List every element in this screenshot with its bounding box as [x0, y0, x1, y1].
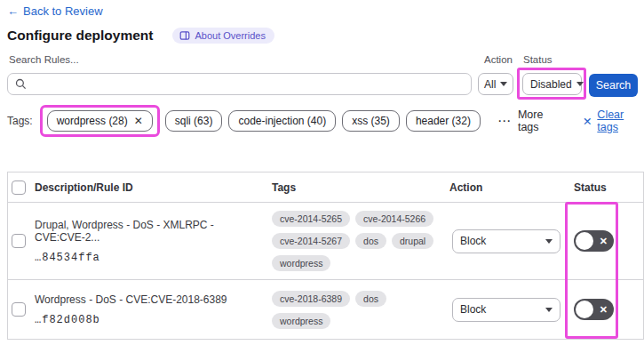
action-select-value: Block: [460, 303, 486, 316]
tag-filter-wordpress-label: wordpress (28): [57, 115, 128, 127]
status-toggle-off[interactable]: ✕: [574, 299, 614, 320]
remove-tag-icon[interactable]: ✕: [134, 115, 143, 127]
clear-tags-label: Clear tags: [597, 108, 644, 133]
clear-tags-button[interactable]: ✕ Clear tags: [583, 108, 644, 133]
tag-filter-xss[interactable]: xss (35): [342, 110, 400, 132]
action-select[interactable]: Block: [452, 229, 561, 253]
column-header-action: Action: [449, 181, 567, 194]
chevron-down-icon: [545, 308, 553, 312]
column-header-description: Description/Rule ID: [35, 181, 272, 194]
search-rules-box[interactable]: [7, 73, 472, 95]
clear-tags-icon: ✕: [583, 115, 592, 128]
rule-tag: wordpress: [272, 255, 330, 271]
tag-filter-header[interactable]: header (32): [406, 110, 481, 132]
table-row: Wordpress - DoS - CVE:CVE-2018-6389 …f82…: [8, 280, 643, 339]
search-icon: [15, 78, 27, 90]
rule-description: Wordpress - DoS - CVE:CVE-2018-6389: [35, 293, 263, 306]
tag-filter-wordpress[interactable]: wordpress (28) ✕: [47, 110, 153, 132]
rule-tag: cve-2014-5267: [272, 233, 350, 249]
rule-id: …84534ffa: [35, 252, 263, 264]
rule-tag: cve-2014-5266: [355, 211, 433, 227]
tag-filter-sqli[interactable]: sqli (63): [165, 110, 223, 132]
rule-tag: wordpress: [272, 313, 330, 329]
more-tags-button[interactable]: ⋯ More tags: [497, 108, 563, 133]
chevron-down-icon: [545, 239, 553, 244]
select-all-checkbox[interactable]: [12, 180, 26, 195]
rule-tag: cve-2014-5265: [272, 211, 350, 227]
chevron-down-icon: [500, 82, 507, 86]
rules-table: Description/Rule ID Tags Action Status D…: [7, 172, 644, 340]
table-header-row: Description/Rule ID Tags Action Status: [8, 172, 643, 203]
tags-bar-label: Tags:: [7, 115, 33, 127]
table-row: Drupal, Wordpress - DoS - XMLRPC - CVE:C…: [8, 203, 643, 280]
highlight-box-active-tag: wordpress (28) ✕: [40, 105, 160, 137]
toggle-knob: [576, 301, 593, 318]
status-filter-value: Disabled: [530, 78, 572, 91]
row-checkbox[interactable]: [12, 234, 26, 248]
rule-tags: cve-2018-6389 dos wordpress: [272, 291, 449, 329]
column-header-status: Status: [567, 181, 643, 194]
about-overrides-badge[interactable]: About Overrides: [172, 28, 274, 44]
rule-tag: cve-2018-6389: [272, 291, 350, 307]
status-filter-label: Status: [523, 54, 553, 65]
action-filter-dropdown[interactable]: All: [478, 73, 513, 95]
tag-filter-code-injection[interactable]: code-injection (40): [228, 110, 336, 132]
status-toggle-off[interactable]: ✕: [574, 230, 614, 252]
back-link-label: Back to Review: [23, 4, 103, 18]
about-overrides-label: About Overrides: [195, 30, 265, 41]
action-select[interactable]: Block: [452, 298, 561, 322]
status-filter-dropdown[interactable]: Disabled: [522, 73, 582, 95]
search-rules-input[interactable]: [32, 74, 471, 94]
rule-tag: dos: [355, 291, 386, 307]
back-arrow-icon: ←: [7, 4, 19, 18]
ellipsis-icon: ⋯: [497, 116, 512, 125]
rule-id: …f82d008b: [35, 314, 263, 326]
rule-description: Drupal, Wordpress - DoS - XMLRPC - CVE:C…: [35, 219, 263, 244]
title-row: Configure deployment About Overrides: [7, 28, 274, 44]
chevron-down-icon: [576, 82, 584, 86]
more-tags-label: More tags: [518, 108, 563, 133]
page-title: Configure deployment: [7, 28, 153, 44]
action-select-value: Block: [460, 235, 486, 247]
tags-bar: Tags: wordpress (28) ✕ sqli (63) code-in…: [7, 105, 644, 137]
rule-tag: dos: [355, 233, 386, 249]
back-to-review-link[interactable]: ← Back to Review: [7, 4, 103, 18]
search-button[interactable]: Search: [589, 74, 638, 97]
toggle-knob: [576, 232, 593, 250]
row-checkbox[interactable]: [12, 302, 26, 317]
toggle-x-icon: ✕: [600, 236, 608, 247]
action-filter-label: Action: [484, 54, 513, 65]
column-header-tags: Tags: [272, 181, 449, 194]
toggle-x-icon: ✕: [600, 304, 608, 316]
search-rules-label: Search Rules...: [9, 54, 79, 65]
action-filter-value: All: [484, 78, 496, 91]
rule-tags: cve-2014-5265 cve-2014-5266 cve-2014-526…: [272, 211, 449, 271]
book-icon: [179, 30, 190, 41]
rule-tag: drupal: [392, 233, 433, 249]
